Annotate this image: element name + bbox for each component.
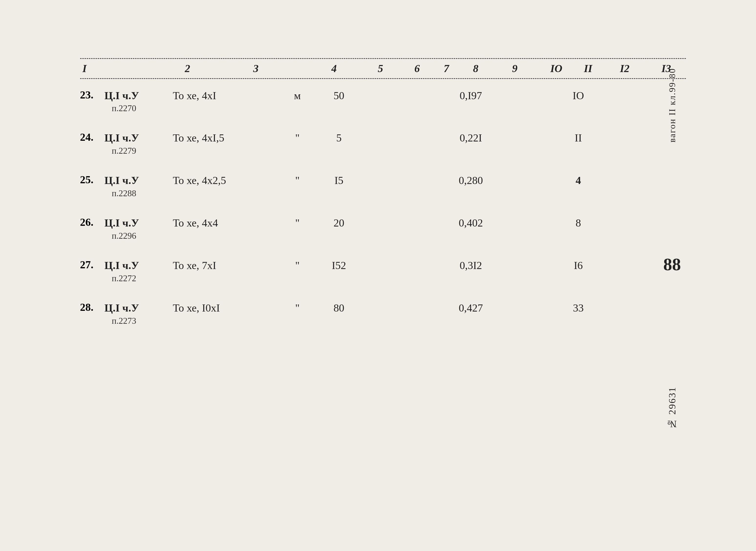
row-c12: IO: [556, 89, 600, 103]
row-desc: To хе, I0xI: [173, 301, 276, 315]
row-c12: 33: [556, 301, 600, 315]
col-header-12: I2: [603, 62, 647, 75]
row-desc: То хе, 4x4: [173, 216, 276, 230]
row-number: 26.: [80, 216, 105, 228]
row-c12: I6: [556, 258, 600, 272]
row-ref: Ц.I ч.У п.2288: [105, 173, 173, 199]
row-desc: То хе, 4xI,5: [173, 131, 276, 145]
row-ref: Ц.I ч.У п.2273: [105, 301, 173, 327]
row-number: 25.: [80, 173, 105, 186]
col-header-8: 8: [461, 62, 490, 75]
row-qty: 20: [319, 216, 359, 230]
row-qty: I52: [319, 258, 359, 272]
table-row: 23. Ц.I ч.У п.2270 То хе, 4xI м 50 0,I97…: [80, 89, 686, 114]
row-qty: 5: [319, 131, 359, 145]
col-header-1: I: [80, 62, 173, 75]
row-desc: То хе, 7xI: [173, 258, 276, 272]
side-num-middle: 88: [663, 254, 681, 274]
table-row: 27. Ц.I ч.У п.2272 То хе, 7xI " I52 0,3I…: [80, 258, 686, 284]
side-label-top: вагон II кл.99-80: [667, 68, 677, 142]
row-number: 28.: [80, 301, 105, 314]
row-number: 23.: [80, 89, 105, 101]
row-c9: 0,402: [447, 216, 495, 230]
row-desc: То хе, 4x2,5: [173, 173, 276, 187]
row-ref: Ц.I ч.У п.2272: [105, 258, 173, 284]
row-c9: 0,3I2: [447, 258, 495, 272]
col-header-11: II: [574, 62, 603, 75]
table-row: 28. Ц.I ч.У п.2273 To хе, I0xI " 80 0,42…: [80, 301, 686, 327]
side-label-bottom: № 29631: [666, 387, 678, 430]
row-ref: Ц.I ч.У п.2296: [105, 216, 173, 241]
row-unit: м: [276, 89, 319, 103]
row-ref: Ц.I ч.У п.2279: [105, 131, 173, 156]
page: I 2 3 4 5 6 7 8 9 IO II I2 I3 23. Ц.I ч.…: [0, 0, 756, 551]
col-header-5: 5: [359, 62, 403, 75]
col-header-3: 3: [202, 62, 310, 75]
col-header-9: 9: [490, 62, 539, 75]
content-area: I 2 3 4 5 6 7 8 9 IO II I2 I3 23. Ц.I ч.…: [61, 43, 696, 508]
row-qty: 50: [319, 89, 359, 103]
row-c12: 4: [556, 173, 600, 187]
row-c12: II: [556, 131, 600, 145]
table-row: 25. Ц.I ч.У п.2288 То хе, 4x2,5 " I5 0,2…: [80, 173, 686, 199]
row-unit: ": [276, 131, 319, 145]
row-number: 27.: [80, 258, 105, 271]
row-c9: 0,22I: [447, 131, 495, 145]
row-desc: То хе, 4xI: [173, 89, 276, 103]
row-qty: 80: [319, 301, 359, 315]
col-header-4: 4: [310, 62, 359, 75]
row-unit: ": [276, 258, 319, 272]
column-headers: I 2 3 4 5 6 7 8 9 IO II I2 I3: [80, 58, 686, 79]
row-number: 24.: [80, 131, 105, 143]
row-c12: 8: [556, 216, 600, 230]
table-row: 26. Ц.I ч.У п.2296 То хе, 4x4 " 20 0,402…: [80, 216, 686, 241]
row-c9: 0,280: [447, 173, 495, 187]
col-header-7: 7: [432, 62, 461, 75]
row-unit: ": [276, 301, 319, 315]
col-header-6: 6: [403, 62, 432, 75]
row-c9: 0,427: [447, 301, 495, 315]
row-unit: ": [276, 216, 319, 230]
row-ref: Ц.I ч.У п.2270: [105, 89, 173, 114]
main-table: I 2 3 4 5 6 7 8 9 IO II I2 I3 23. Ц.I ч.…: [61, 43, 696, 508]
row-unit: ": [276, 173, 319, 187]
col-header-10: IO: [539, 62, 574, 75]
row-qty: I5: [319, 173, 359, 187]
col-header-2: 2: [173, 62, 202, 75]
table-row: 24. Ц.I ч.У п.2279 То хе, 4xI,5 " 5 0,22…: [80, 131, 686, 156]
row-c9: 0,I97: [447, 89, 495, 103]
